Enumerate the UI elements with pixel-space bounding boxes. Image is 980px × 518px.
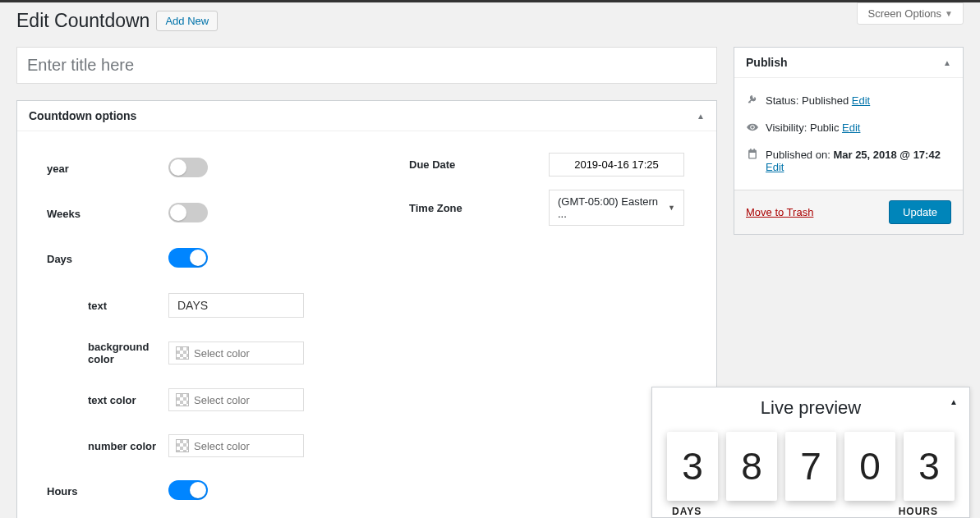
screen-options-label: Screen Options — [867, 7, 941, 20]
status-value: Published — [802, 94, 849, 107]
due-date-label: Due Date — [409, 158, 549, 171]
days-bg-color-select[interactable]: Select color — [168, 342, 304, 364]
days-number-color-select[interactable]: Select color — [168, 434, 304, 457]
digit: 7 — [785, 432, 836, 501]
publish-title: Publish — [746, 56, 788, 69]
year-toggle[interactable] — [168, 158, 208, 177]
digit: 0 — [844, 432, 895, 501]
hours-unit-label: HOURS — [899, 506, 938, 517]
days-bg-color-label: background color — [29, 341, 168, 365]
days-unit-label: DAYS — [672, 506, 702, 517]
visibility-edit-link[interactable]: Edit — [842, 121, 860, 134]
transparency-icon — [176, 393, 189, 406]
days-text-color-label: text color — [29, 394, 168, 406]
countdown-options-title: Countdown options — [29, 109, 136, 122]
chevron-down-icon: ▼ — [945, 9, 953, 18]
transparency-icon — [176, 346, 189, 360]
due-date-input[interactable] — [549, 153, 684, 176]
page-title: Edit Countdown — [16, 10, 150, 32]
digit: 3 — [667, 432, 718, 501]
published-on-edit-link[interactable]: Edit — [766, 161, 784, 173]
add-new-button[interactable]: Add New — [156, 11, 218, 31]
weeks-toggle[interactable] — [168, 203, 208, 222]
visibility-label: Visibility: — [766, 121, 807, 134]
live-preview-title: Live preview — [761, 397, 861, 419]
eye-icon — [746, 121, 759, 135]
days-text-input[interactable] — [168, 293, 304, 318]
published-on-label: Published on: — [766, 149, 830, 161]
year-label: year — [29, 163, 168, 175]
collapse-icon[interactable]: ▲ — [697, 112, 705, 121]
update-button[interactable]: Update — [889, 200, 951, 224]
live-preview-box: Live preview ▲ 3 8 7 0 3 DAYS HOURS — [651, 387, 970, 518]
title-input[interactable] — [16, 47, 717, 84]
transparency-icon — [176, 439, 189, 452]
countdown-options-box: Countdown options ▲ year Weeks — [16, 100, 717, 518]
timezone-label: Time Zone — [409, 202, 549, 214]
status-label: Status: — [766, 94, 798, 107]
publish-box: Publish ▲ Status: Published Edit — [734, 47, 964, 235]
digit: 3 — [904, 432, 955, 501]
visibility-value: Public — [810, 121, 839, 134]
collapse-icon[interactable]: ▲ — [950, 397, 958, 406]
hours-toggle[interactable] — [168, 480, 208, 500]
published-on-value: Mar 25, 2018 @ 17:42 — [833, 149, 940, 161]
calendar-icon — [746, 149, 759, 163]
move-to-trash-link[interactable]: Move to Trash — [746, 206, 813, 218]
digit: 8 — [726, 432, 777, 501]
days-text-label: text — [29, 300, 168, 312]
timezone-select[interactable]: (GMT-05:00) Eastern ...▼ — [549, 190, 684, 226]
chevron-down-icon: ▼ — [668, 204, 675, 212]
screen-options-button[interactable]: Screen Options ▼ — [857, 2, 964, 25]
status-edit-link[interactable]: Edit — [852, 94, 870, 107]
days-text-color-select[interactable]: Select color — [168, 388, 304, 411]
key-icon — [746, 94, 759, 108]
hours-label: Hours — [29, 485, 168, 497]
days-number-color-label: number color — [29, 440, 168, 452]
collapse-icon[interactable]: ▲ — [943, 58, 951, 67]
days-toggle[interactable] — [168, 248, 208, 268]
days-label: Days — [29, 253, 168, 265]
weeks-label: Weeks — [29, 208, 168, 220]
